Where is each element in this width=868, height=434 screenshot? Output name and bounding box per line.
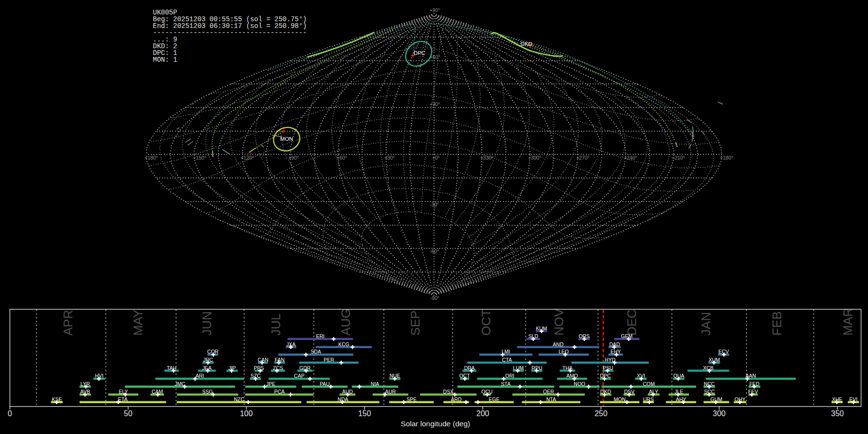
svg-text:JEA: JEA — [202, 365, 211, 371]
svg-text:FEV: FEV — [748, 389, 758, 394]
svg-text:DKD: DKD — [521, 41, 532, 47]
svg-text:200: 200 — [476, 409, 489, 418]
svg-text:MAY: MAY — [131, 310, 145, 336]
svg-text:EHY: EHY — [610, 349, 621, 354]
svg-text:LMI: LMI — [502, 349, 510, 354]
svg-text:AUG: AUG — [339, 309, 353, 336]
svg-text:DSX: DSX — [443, 389, 454, 394]
svg-text:LEO: LEO — [558, 349, 569, 354]
svg-text:AHY: AHY — [676, 396, 686, 402]
svg-text:+30°: +30° — [430, 102, 440, 107]
svg-text:250: 250 — [595, 409, 608, 418]
svg-text:JIP: JIP — [229, 365, 236, 371]
svg-text:0: 0 — [8, 409, 12, 418]
svg-text:AUR: AUR — [385, 389, 396, 394]
svg-text:+150°: +150° — [193, 155, 206, 161]
svg-text:APR: APR — [61, 310, 75, 336]
svg-text:ECV: ECV — [719, 349, 729, 354]
svg-text:OHY: OHY — [734, 396, 746, 402]
svg-text:NTA: NTA — [546, 396, 556, 402]
svg-text:NIA: NIA — [371, 381, 380, 387]
svg-text:+270°: +270° — [576, 155, 589, 161]
svg-text:MON: MON — [280, 136, 293, 142]
svg-text:NOO: NOO — [574, 381, 585, 387]
svg-text:-30°: -30° — [430, 202, 439, 207]
svg-text:URS: URS — [643, 396, 654, 402]
svg-text:DPC: DPC — [414, 50, 425, 56]
svg-text:JAN: JAN — [699, 312, 713, 336]
svg-text:+240°: +240° — [624, 155, 637, 161]
svg-text:HVI: HVI — [95, 373, 104, 379]
svg-text:QUA: QUA — [673, 373, 684, 379]
svg-text:JLE: JLE — [675, 389, 683, 394]
svg-text:JMC: JMC — [175, 381, 185, 387]
svg-text:KUM: KUM — [536, 326, 547, 331]
svg-text:AAN: AAN — [746, 373, 756, 379]
svg-text:JUL: JUL — [269, 313, 283, 336]
svg-text:ARI: ARI — [195, 373, 204, 379]
svg-text:AMO: AMO — [567, 373, 578, 379]
svg-text:SPE: SPE — [407, 396, 417, 402]
svg-text:HYD: HYD — [605, 357, 616, 363]
svg-text:LYR: LYR — [81, 381, 90, 387]
svg-text:JXA: JXA — [286, 341, 296, 347]
svg-text:AND: AND — [553, 341, 564, 347]
svg-text:THA: THA — [562, 365, 572, 371]
svg-text:EGE: EGE — [489, 396, 500, 402]
svg-text:DSV: DSV — [624, 389, 635, 394]
svg-text:NOV: NOV — [552, 308, 566, 336]
svg-text:CAN: CAN — [258, 357, 268, 363]
svg-text:SCC: SCC — [704, 389, 715, 394]
svg-text:+90°: +90° — [288, 155, 299, 161]
svg-text:CAM: CAM — [151, 389, 163, 394]
svg-text:350: 350 — [831, 409, 844, 418]
svg-text:AUD: AUD — [342, 389, 353, 394]
svg-text:-90°: -90° — [430, 296, 439, 301]
svg-text:NCC: NCC — [704, 381, 715, 387]
svg-text:300: 300 — [713, 409, 726, 418]
svg-text:FEB: FEB — [770, 311, 784, 336]
svg-text:PAU: PAU — [320, 381, 330, 387]
svg-text:XHE: XHE — [832, 396, 842, 402]
svg-text:50: 50 — [124, 409, 133, 418]
svg-text:GDR: GDR — [299, 365, 311, 371]
svg-text:DPC: DPC — [600, 373, 611, 379]
svg-text:-60°: -60° — [430, 249, 439, 254]
svg-text:ARD: ARD — [451, 396, 462, 402]
svg-text:LUM: LUM — [513, 365, 524, 371]
svg-text:100: 100 — [240, 409, 253, 418]
svg-text:MON: 1: MON: 1 — [153, 56, 177, 64]
svg-text:OCU: OCU — [481, 389, 492, 394]
svg-text:Solar longitude (deg): Solar longitude (deg) — [401, 420, 470, 428]
svg-text:SEP: SEP — [408, 311, 422, 336]
svg-text:STA: STA — [501, 381, 511, 387]
svg-text:+120°: +120° — [241, 155, 254, 161]
svg-text:+330°: +330° — [480, 155, 493, 161]
svg-text:JUN: JUN — [200, 311, 214, 336]
svg-text:MON: MON — [614, 396, 626, 402]
svg-text:OCT: OCT — [479, 309, 493, 336]
svg-text:NZC: NZC — [234, 396, 244, 402]
svg-text:COM: COM — [643, 381, 655, 387]
svg-text:+60°: +60° — [337, 155, 347, 161]
svg-text:DRA: DRA — [464, 365, 475, 371]
svg-text:DKD: DKD — [600, 389, 611, 394]
svg-text:NUE: NUE — [390, 373, 400, 379]
svg-text:GUM: GUM — [710, 396, 722, 402]
svg-text:+180°: +180° — [720, 155, 733, 161]
svg-text:OCT: OCT — [459, 373, 470, 379]
svg-text:+300°: +300° — [528, 155, 541, 161]
svg-text:SZC: SZC — [250, 373, 260, 379]
svg-text:ELY: ELY — [119, 389, 128, 394]
svg-text:DEC: DEC — [624, 309, 639, 336]
svg-text:AVB: AVB — [81, 389, 90, 394]
svg-text:FED: FED — [749, 381, 760, 387]
svg-text:COR: COR — [207, 349, 219, 354]
svg-text:PSU: PSU — [603, 365, 613, 371]
svg-text:SLD: SLD — [529, 333, 539, 339]
svg-text:PCA: PCA — [274, 389, 285, 394]
svg-text:+180°: +180° — [145, 155, 158, 161]
svg-text:+30°: +30° — [384, 155, 395, 161]
svg-text:KSE: KSE — [52, 396, 62, 402]
svg-text:+90°: +90° — [430, 8, 440, 13]
